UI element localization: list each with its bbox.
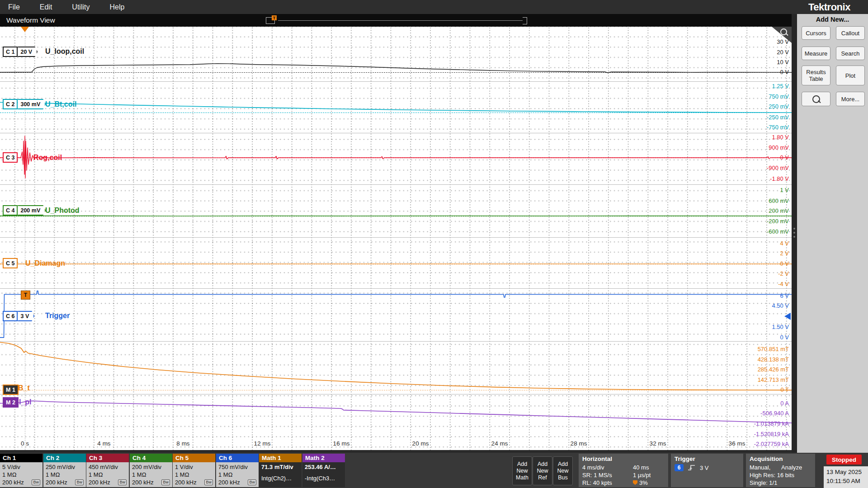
ch6-settings-block[interactable]: Ch 6 750 mV/div 1 MΩ 200 kHzBw xyxy=(216,454,259,487)
trigger-source-marker[interactable]: T xyxy=(21,291,30,300)
horizontal-record-length: RL: 40 kpts xyxy=(582,479,633,486)
c3-tick-label: -900 mV xyxy=(704,164,789,172)
c6-badge-scale: 3 V xyxy=(18,311,34,321)
ch4-bandwidth: 200 kHz xyxy=(132,479,154,486)
ch5-header: Ch 5 xyxy=(173,454,215,462)
magnifier-icon xyxy=(812,95,820,103)
c2-name-label: U_Bt,coil xyxy=(45,100,76,108)
c5-channel-badge[interactable]: C 5 xyxy=(3,258,18,268)
ch3-settings-block[interactable]: Ch 3 450 mV/div 1 MΩ 200 kHzBw xyxy=(86,454,129,487)
ch5-settings-block[interactable]: Ch 5 1 V/div 1 MΩ 200 kHzBw xyxy=(173,454,215,487)
c4-tick-label: 200 mV xyxy=(704,207,789,215)
m2-tick-label: -506.940 A xyxy=(704,409,789,418)
c1-name-label: U_loop,coil xyxy=(45,47,84,56)
m2-math-badge[interactable]: M 2 xyxy=(3,397,19,408)
horizontal-resolution: 1 µs/pt xyxy=(633,472,651,479)
ch1-settings-block[interactable]: Ch 1 5 V/div 1 MΩ 200 kHzBw xyxy=(0,454,42,487)
m1-tick-label: 142.713 mT xyxy=(704,376,789,384)
c6-badge-label: C 6 xyxy=(3,311,18,321)
grip-dot-icon[interactable] xyxy=(793,236,795,238)
trace-layer xyxy=(0,0,792,453)
c2-tick-label: 750 mV xyxy=(704,93,789,101)
ch3-bandwidth: 200 kHz xyxy=(89,479,110,486)
zoom-tool-button[interactable] xyxy=(802,92,830,106)
c4-badge-label: C 4 xyxy=(3,205,18,216)
math2-expression: -Intg(Ch3… xyxy=(305,475,343,482)
horizontal-title: Horizontal xyxy=(582,455,665,462)
c2-channel-badge[interactable]: C 2 300 mV xyxy=(3,99,46,109)
c1-tick-label: 20 V xyxy=(704,48,789,56)
ch1-vdiv: 5 V/div xyxy=(2,464,40,470)
c5-tick-label: -4 V xyxy=(704,280,789,288)
run-stop-status-button[interactable]: Stopped xyxy=(826,455,862,465)
add-new-ref-button[interactable]: Add New Ref xyxy=(533,456,552,485)
trigger-position-marker-icon[interactable] xyxy=(21,27,29,32)
add-new-math-line: New xyxy=(513,468,532,474)
x-axis-label: 0 s xyxy=(21,440,29,447)
c3-channel-badge[interactable]: C 3 xyxy=(3,152,18,163)
acquisition-mode: Manual, xyxy=(750,464,781,471)
c1-badge-scale: 20 V xyxy=(18,47,38,57)
c5-tick-label: 4 V xyxy=(704,239,789,248)
c4-trace[interactable] xyxy=(0,216,792,216)
c3-trace[interactable] xyxy=(0,136,792,178)
c5-tick-label: 2 V xyxy=(704,249,789,258)
c4-tick-label: 1 V xyxy=(704,186,789,194)
c6-trace[interactable] xyxy=(0,291,792,338)
c5-tick-label: -2 V xyxy=(704,270,789,278)
date-label: 13 May 2025 xyxy=(826,468,865,477)
acquisition-panel[interactable]: Acquisition Manual, Analyze High Res: 16… xyxy=(746,454,815,487)
acquisition-analyze: Analyze xyxy=(781,464,802,471)
c2-tick-label: 250 mV xyxy=(704,103,789,111)
horizontal-position: 3% xyxy=(639,479,648,486)
m2-trace[interactable] xyxy=(0,401,792,423)
add-new-heading: Add New... xyxy=(797,16,868,23)
trigger-level-arrow-icon[interactable] xyxy=(784,313,791,320)
ch6-bandwidth: 200 kHz xyxy=(218,479,240,486)
math2-settings-block[interactable]: Math 2 253.46 A/… -Intg(Ch3… xyxy=(302,454,345,487)
oscilloscope-screen: File Edit Utility Help Tektronix Wavefor… xyxy=(0,0,868,488)
ch2-settings-block[interactable]: Ch 2 250 mV/div 1 MΩ 200 kHzBw xyxy=(43,454,86,487)
c6-channel-badge[interactable]: C 6 3 V xyxy=(3,311,34,321)
m1-math-badge[interactable]: M 1 xyxy=(3,385,19,395)
add-new-ref-line: Add xyxy=(533,461,552,468)
ch4-settings-block[interactable]: Ch 4 200 mV/div 1 MΩ 200 kHzBw xyxy=(130,454,172,487)
add-new-math-button[interactable]: Add New Math xyxy=(512,456,532,485)
c2-tick-label: 1.25 V xyxy=(704,82,789,90)
m1-trace[interactable] xyxy=(0,343,792,390)
c2-badge-scale: 300 mV xyxy=(18,99,46,109)
c1-channel-badge[interactable]: C 1 20 V xyxy=(3,47,38,57)
search-button[interactable]: Search xyxy=(836,47,865,60)
c1-badge-label: C 1 xyxy=(3,47,18,57)
c6-name-label: Trigger xyxy=(45,312,70,320)
c3-name-label: Rog,coil xyxy=(33,154,62,162)
ch3-impedance: 1 MΩ xyxy=(89,471,127,478)
c4-channel-badge[interactable]: C 4 200 mV xyxy=(3,205,46,216)
c4-name-label: U_Photod xyxy=(45,206,80,215)
callout-button[interactable]: Callout xyxy=(836,26,865,40)
add-new-bus-line: New xyxy=(553,468,572,474)
grip-dot-icon[interactable] xyxy=(793,232,795,234)
tektronix-logo: Tektronix xyxy=(808,1,850,13)
ch5-vdiv: 1 V/div xyxy=(175,464,213,470)
c4-tick-label: -600 mV xyxy=(704,228,789,236)
math1-settings-block[interactable]: Math 1 71.3 mT/div Intg(Ch2)… xyxy=(259,454,302,487)
measure-button[interactable]: Measure xyxy=(802,47,830,60)
more-button[interactable]: More... xyxy=(836,92,865,106)
plot-button[interactable]: Plot xyxy=(836,66,865,85)
horizontal-window: 40 ms xyxy=(633,464,649,471)
results-table-button[interactable]: Results Table xyxy=(802,66,830,85)
c6-tick-label: 1.50 V xyxy=(704,323,789,331)
c1-trace[interactable] xyxy=(0,64,792,73)
ch4-bw-badge: Bw xyxy=(161,479,170,485)
m1-tick-label: 428.138 mT xyxy=(704,356,789,364)
c2-trace[interactable] xyxy=(0,103,792,113)
horizontal-panel[interactable]: Horizontal 4 ms/div 40 ms SR: 1 MS/s 1 µ… xyxy=(579,454,668,487)
add-new-bus-button[interactable]: Add New Bus xyxy=(553,456,573,485)
trigger-panel[interactable]: Trigger 6 3 V xyxy=(671,454,743,487)
x-axis-label: 36 ms xyxy=(729,440,745,447)
grip-dot-icon[interactable] xyxy=(793,228,795,230)
trigger-position-icon xyxy=(633,480,637,485)
cursors-button[interactable]: Cursors xyxy=(802,26,830,40)
horizontal-scale: 4 ms/div xyxy=(582,464,633,471)
